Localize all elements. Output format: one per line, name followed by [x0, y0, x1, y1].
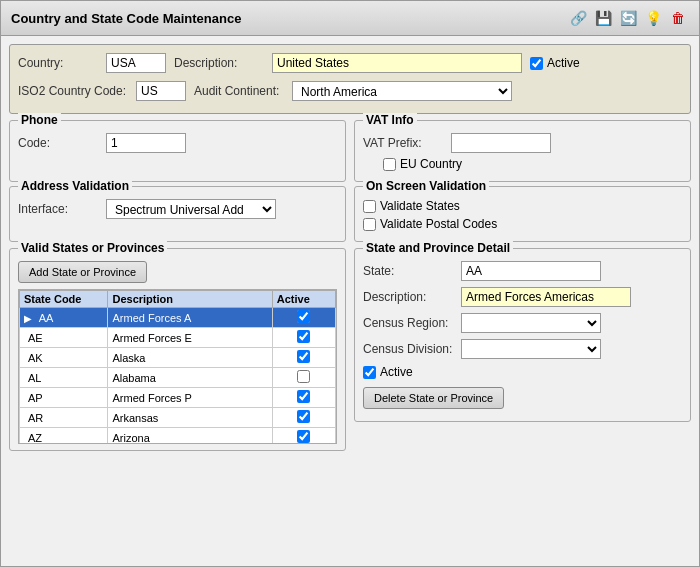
detail-active-checkbox[interactable] [363, 366, 376, 379]
vat-prefix-input[interactable] [451, 133, 551, 153]
row-active-checkbox[interactable] [297, 390, 310, 403]
second-middle-sections: Address Validation Interface: Spectrum U… [9, 186, 691, 242]
state-detail-section: State and Province Detail State: Descrip… [354, 248, 691, 422]
state-desc-label: Description: [363, 290, 453, 304]
census-region-label: Census Region: [363, 316, 453, 330]
state-code-cell: AZ [20, 428, 108, 445]
table-row[interactable]: ARArkansas [20, 408, 336, 428]
row-active-checkbox[interactable] [297, 310, 310, 323]
main-window: Country and State Code Maintenance 🔗 💾 🔄… [0, 0, 700, 567]
phone-section-title: Phone [18, 113, 61, 127]
delete-state-button[interactable]: Delete State or Province [363, 387, 504, 409]
phone-code-input[interactable] [106, 133, 186, 153]
country-input[interactable] [106, 53, 166, 73]
row-active-checkbox[interactable] [297, 370, 310, 383]
description-label: Description: [174, 56, 264, 70]
eu-country-row: EU Country [363, 157, 682, 171]
active-cell[interactable] [272, 368, 335, 388]
table-row[interactable]: AZArizona [20, 428, 336, 445]
interface-row: Interface: Spectrum Universal Add None [18, 199, 337, 219]
eu-country-text: EU Country [400, 157, 462, 171]
validate-postal-row: Validate Postal Codes [363, 217, 682, 231]
validate-states-text: Validate States [380, 199, 460, 213]
table-row[interactable]: AKAlaska [20, 348, 336, 368]
vat-prefix-row: VAT Prefix: [363, 133, 682, 153]
country-row: Country: Description: Active [18, 53, 682, 73]
onscreen-section: On Screen Validation Validate States Val… [354, 186, 691, 242]
active-label: Active [547, 56, 580, 70]
valid-states-section: Valid States or Provinces Add State or P… [9, 248, 346, 451]
state-code-cell: AE [20, 328, 108, 348]
help-icon[interactable]: 💡 [642, 7, 664, 29]
country-label: Country: [18, 56, 98, 70]
row-active-checkbox[interactable] [297, 330, 310, 343]
col-description: Description [108, 291, 272, 308]
active-cell[interactable] [272, 428, 335, 445]
state-code-cell: ▶ AA [20, 308, 108, 328]
description-cell: Alabama [108, 368, 272, 388]
add-state-button[interactable]: Add State or Province [18, 261, 147, 283]
phone-code-label: Code: [18, 136, 98, 150]
toolbar: 🔗 💾 🔄 💡 🗑 [567, 7, 689, 29]
active-cell[interactable] [272, 308, 335, 328]
active-cell[interactable] [272, 328, 335, 348]
description-cell: Armed Forces E [108, 328, 272, 348]
state-code-cell: AR [20, 408, 108, 428]
active-cell[interactable] [272, 388, 335, 408]
state-desc-row: Description: [363, 287, 682, 307]
title-bar: Country and State Code Maintenance 🔗 💾 🔄… [1, 1, 699, 36]
col-state-code: State Code [20, 291, 108, 308]
validate-states-checkbox[interactable] [363, 200, 376, 213]
address-section: Address Validation Interface: Spectrum U… [9, 186, 346, 242]
eu-country-checkbox[interactable] [383, 158, 396, 171]
census-region-row: Census Region: [363, 313, 682, 333]
census-division-row: Census Division: [363, 339, 682, 359]
state-code-cell: AK [20, 348, 108, 368]
row-active-checkbox[interactable] [297, 410, 310, 423]
address-section-title: Address Validation [18, 179, 132, 193]
bottom-sections: Valid States or Provinces Add State or P… [9, 248, 691, 451]
interface-label: Interface: [18, 202, 98, 216]
validate-states-row: Validate States [363, 199, 682, 213]
save-icon[interactable]: 💾 [592, 7, 614, 29]
row-active-checkbox[interactable] [297, 430, 310, 443]
middle-sections: Phone Code: VAT Info VAT Prefix: EU Coun… [9, 120, 691, 182]
table-row[interactable]: ▶ AAArmed Forces A [20, 308, 336, 328]
iso2-label: ISO2 Country Code: [18, 84, 128, 98]
state-desc-input[interactable] [461, 287, 631, 307]
description-cell: Alaska [108, 348, 272, 368]
validate-postal-checkbox[interactable] [363, 218, 376, 231]
census-division-label: Census Division: [363, 342, 453, 356]
col-active: Active [272, 291, 335, 308]
onscreen-section-title: On Screen Validation [363, 179, 489, 193]
vat-section-title: VAT Info [363, 113, 417, 127]
iso2-input[interactable] [136, 81, 186, 101]
detail-active-label: Active [363, 365, 413, 379]
active-cell[interactable] [272, 408, 335, 428]
link-icon[interactable]: 🔗 [567, 7, 589, 29]
table-row[interactable]: ALAlabama [20, 368, 336, 388]
description-input[interactable] [272, 53, 522, 73]
state-code-input[interactable] [461, 261, 601, 281]
active-checkbox[interactable] [530, 57, 543, 70]
table-row[interactable]: AEArmed Forces E [20, 328, 336, 348]
active-cell[interactable] [272, 348, 335, 368]
audit-continent-select[interactable]: North America South America Europe Asia … [292, 81, 512, 101]
description-cell: Armed Forces A [108, 308, 272, 328]
census-division-select[interactable] [461, 339, 601, 359]
close-icon[interactable]: 🗑 [667, 7, 689, 29]
interface-select[interactable]: Spectrum Universal Add None [106, 199, 276, 219]
state-code-row: State: [363, 261, 682, 281]
valid-states-title: Valid States or Provinces [18, 241, 167, 255]
vat-prefix-label: VAT Prefix: [363, 136, 443, 150]
main-content: Country: Description: Active ISO2 Countr… [1, 36, 699, 566]
refresh-icon[interactable]: 🔄 [617, 7, 639, 29]
validate-states-label: Validate States [363, 199, 460, 213]
states-table-container[interactable]: State Code Description Active ▶ AAArmed … [18, 289, 337, 444]
census-region-select[interactable] [461, 313, 601, 333]
validate-postal-label: Validate Postal Codes [363, 217, 497, 231]
delete-button-row: Delete State or Province [363, 387, 682, 409]
table-row[interactable]: APArmed Forces P [20, 388, 336, 408]
row-active-checkbox[interactable] [297, 350, 310, 363]
description-cell: Arizona [108, 428, 272, 445]
